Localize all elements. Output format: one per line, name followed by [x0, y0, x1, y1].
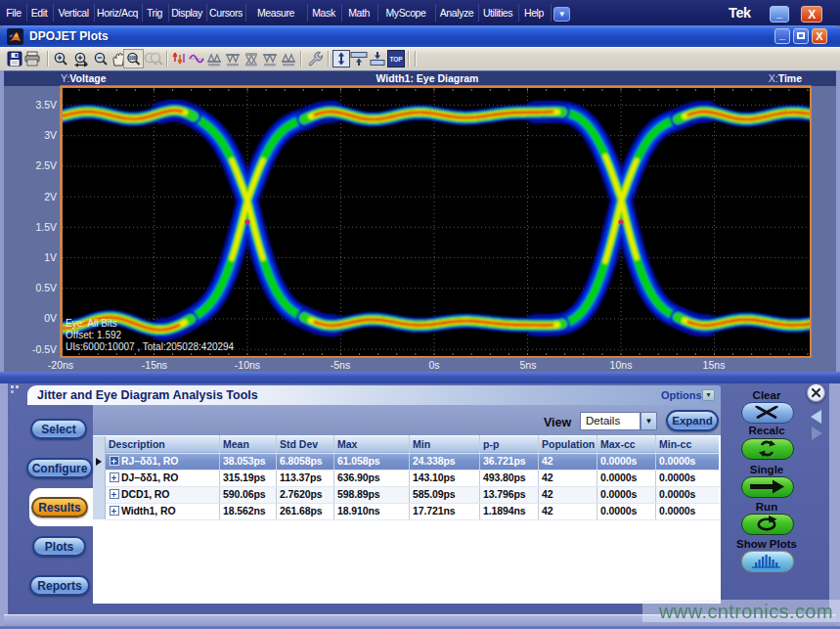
svg-text:Eye: All Bits: Eye: All Bits [66, 318, 117, 329]
svg-text:2V: 2V [44, 191, 57, 202]
svg-text:-0.5V: -0.5V [32, 343, 57, 355]
svg-text:-5ns: -5ns [331, 359, 350, 371]
svg-text:1.5V: 1.5V [35, 221, 57, 233]
svg-text:X:Time: X:Time [769, 72, 802, 84]
svg-text:-10ns: -10ns [235, 359, 260, 371]
svg-text:0.5V: 0.5V [35, 282, 57, 293]
svg-text:Offset: 1.592: Offset: 1.592 [66, 330, 122, 340]
svg-text:100: 100 [129, 56, 137, 61]
svg-text:3V: 3V [44, 129, 57, 141]
svg-text:-15ns: -15ns [142, 359, 167, 371]
svg-text:2.5V: 2.5V [35, 159, 57, 171]
svg-text:Width1: Eye Diagram: Width1: Eye Diagram [376, 72, 479, 84]
svg-text:TOP: TOP [389, 56, 403, 63]
svg-text:10ns: 10ns [610, 359, 633, 371]
svg-text:5ns: 5ns [520, 359, 537, 371]
svg-text:1V: 1V [44, 251, 57, 263]
svg-text:Y:Voltage: Y:Voltage [61, 72, 107, 84]
svg-text:3.5V: 3.5V [35, 99, 57, 111]
svg-text:15ns: 15ns [703, 359, 726, 371]
svg-text:0V: 0V [44, 312, 57, 324]
svg-text:0s: 0s [428, 359, 439, 371]
svg-text:UIs:6000:10007 , Total:205028:: UIs:6000:10007 , Total:205028:420294 [66, 341, 235, 352]
svg-text:-20ns: -20ns [48, 359, 73, 371]
